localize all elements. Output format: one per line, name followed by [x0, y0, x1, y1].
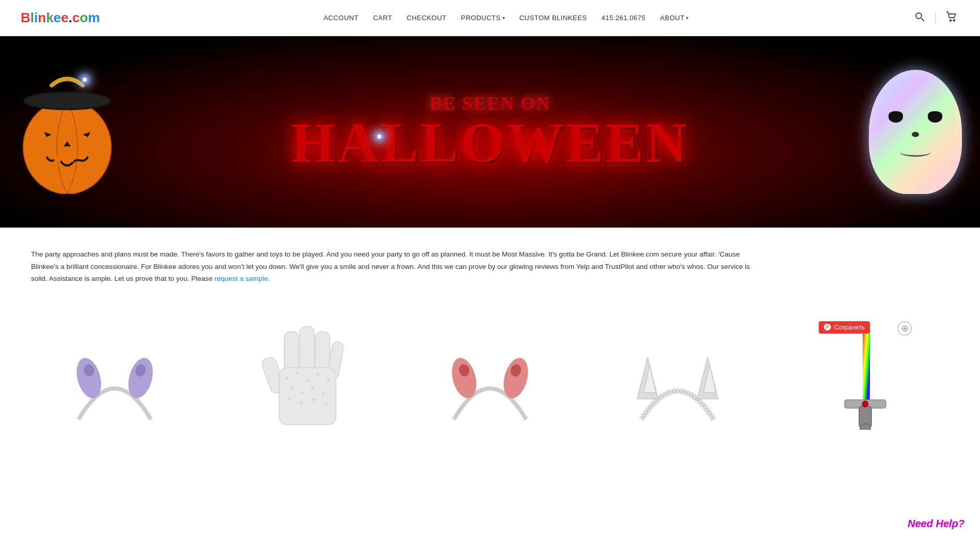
pinterest-save-button[interactable]: 🅟 Сохранить	[819, 321, 870, 334]
logo[interactable]: Blinkee.com	[21, 10, 100, 26]
svg-point-29	[288, 397, 291, 400]
svg-point-28	[321, 392, 325, 395]
mask-face	[869, 70, 962, 194]
svg-point-3	[953, 20, 955, 21]
svg-point-21	[296, 371, 299, 374]
product-rainbow-sword[interactable]: 🅟 Сохранить ⊕	[772, 306, 959, 440]
about-chevron-icon: ▾	[686, 15, 688, 21]
nav-products[interactable]: PRODUCTS ▾	[461, 14, 505, 22]
cat-ears-svg	[626, 316, 729, 430]
purple-horns-svg	[63, 316, 166, 430]
product-image-wrap	[438, 316, 542, 430]
product-image-wrap	[626, 316, 729, 430]
svg-point-20	[285, 377, 288, 380]
product-image-wrap	[251, 316, 354, 430]
nav-custom-blinkees[interactable]: CUSTOM BLINKEES	[519, 14, 587, 22]
svg-rect-19	[279, 368, 336, 425]
header-divider	[935, 12, 936, 24]
hero-text: BE SEEN ON HALLOWEEN	[98, 93, 882, 171]
save-label: Сохранить	[834, 324, 865, 331]
products-section: 🅟 Сохранить ⊕	[0, 285, 980, 451]
product-cat-ears[interactable]	[584, 306, 772, 440]
mask-eye-left	[889, 111, 903, 123]
svg-rect-41	[863, 321, 870, 404]
mask-mouth	[900, 147, 931, 157]
svg-point-27	[311, 387, 314, 390]
product-purple-horns[interactable]	[21, 306, 208, 440]
nav-account[interactable]: ACCOUNT	[324, 14, 359, 22]
product-image-wrap	[63, 316, 166, 430]
product-sequin-glove[interactable]	[208, 306, 396, 440]
search-icon	[914, 11, 925, 22]
sparkle-1	[83, 78, 87, 82]
svg-point-25	[290, 387, 294, 390]
products-chevron-icon: ▾	[502, 15, 505, 21]
plus-icon: ⊕	[901, 323, 909, 334]
svg-point-31	[312, 398, 315, 401]
svg-point-32	[325, 402, 328, 406]
svg-point-45	[862, 401, 868, 407]
hero-banner: BE SEEN ON HALLOWEEN	[0, 36, 980, 228]
intro-paragraph: The party approaches and plans must be m…	[31, 248, 755, 285]
nav-phone[interactable]: 415.261.0675	[602, 14, 646, 22]
svg-point-0	[916, 13, 922, 19]
svg-point-9	[26, 94, 109, 108]
svg-point-22	[306, 379, 309, 382]
svg-rect-7	[67, 157, 73, 162]
svg-line-1	[921, 19, 924, 22]
header: Blinkee.com ACCOUNT CART CHECKOUT PRODUC…	[0, 0, 980, 36]
svg-rect-6	[54, 157, 60, 162]
mask-eye-right	[928, 111, 942, 123]
nav-about[interactable]: ABOUT ▾	[660, 14, 688, 22]
red-horns-svg	[438, 316, 542, 430]
product-red-horns[interactable]	[396, 306, 584, 440]
search-button[interactable]	[912, 9, 927, 26]
nav-checkout[interactable]: CHECKOUT	[407, 14, 447, 22]
svg-point-23	[316, 372, 319, 376]
glove-svg	[256, 316, 349, 430]
sparkle-2	[377, 134, 381, 139]
nav-cart[interactable]: CART	[373, 14, 392, 22]
svg-point-24	[327, 378, 330, 381]
svg-point-2	[950, 20, 951, 21]
sample-link[interactable]: request a sample.	[215, 275, 270, 282]
nav-about-link[interactable]: ABOUT	[660, 14, 684, 22]
sword-image-wrap: 🅟 Сохранить ⊕	[814, 316, 917, 430]
cart-icon	[946, 11, 957, 22]
svg-point-30	[300, 401, 303, 404]
intro-text-main: The party approaches and plans must be m…	[31, 250, 750, 282]
cart-button[interactable]	[944, 9, 959, 26]
hero-line2: HALLOWEEN	[98, 114, 882, 171]
nav-products-link[interactable]: PRODUCTS	[461, 14, 501, 22]
led-mask	[851, 36, 980, 228]
header-actions	[912, 9, 959, 26]
mask-nose	[912, 132, 919, 137]
pinterest-icon: 🅟	[824, 323, 831, 332]
products-grid: 🅟 Сохранить ⊕	[21, 306, 959, 440]
main-content: The party approaches and plans must be m…	[0, 228, 980, 285]
svg-point-26	[301, 391, 304, 394]
main-nav: ACCOUNT CART CHECKOUT PRODUCTS ▾ CUSTOM …	[324, 14, 688, 22]
